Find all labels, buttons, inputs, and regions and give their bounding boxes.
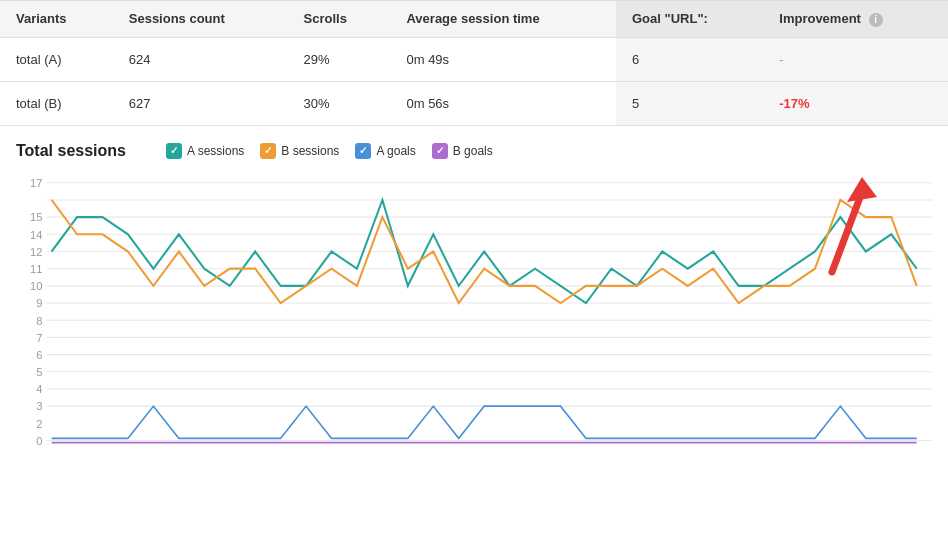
chart-header: Total sessions ✓ A sessions ✓ B sessions…	[16, 142, 932, 160]
legend-label-a-sessions: A sessions	[187, 144, 244, 158]
cell-variant-a: total (A)	[0, 37, 113, 81]
legend-item-a-sessions: ✓ A sessions	[166, 143, 244, 159]
svg-text:17: 17	[30, 176, 42, 188]
cell-improvement-a: -	[763, 37, 948, 81]
svg-text:6: 6	[36, 348, 42, 360]
col-header-variants: Variants	[0, 1, 113, 38]
improvement-info-icon[interactable]: i	[869, 13, 883, 27]
legend-item-b-goals: ✓ B goals	[432, 143, 493, 159]
legend-check-a-goals: ✓	[355, 143, 371, 159]
legend-item-a-goals: ✓ A goals	[355, 143, 415, 159]
cell-improvement-b: -17%	[763, 81, 948, 125]
svg-text:10: 10	[30, 279, 42, 291]
svg-text:7: 7	[36, 331, 42, 343]
legend-label-b-goals: B goals	[453, 144, 493, 158]
col-header-scrolls: Scrolls	[288, 1, 391, 38]
cell-scrolls-a: 29%	[288, 37, 391, 81]
svg-text:4: 4	[36, 383, 43, 395]
chart-svg: 17 15 14 12 11 10 9 8 7 6 5 4 3 2 0	[16, 172, 932, 462]
legend-label-a-goals: A goals	[376, 144, 415, 158]
svg-text:3: 3	[36, 400, 42, 412]
svg-text:15: 15	[30, 211, 42, 223]
svg-text:11: 11	[30, 262, 42, 274]
svg-text:12: 12	[30, 245, 42, 257]
col-header-sessions: Sessions count	[113, 1, 288, 38]
col-header-avg-session: Average session time	[390, 1, 616, 38]
cell-avg-session-b: 0m 56s	[390, 81, 616, 125]
cell-goal-b: 5	[616, 81, 763, 125]
chart-section: Total sessions ✓ A sessions ✓ B sessions…	[0, 126, 948, 462]
cell-variant-b: total (B)	[0, 81, 113, 125]
line-a-goals	[52, 406, 917, 438]
chart-title: Total sessions	[16, 142, 126, 160]
chart-legend: ✓ A sessions ✓ B sessions ✓ A goals ✓ B …	[166, 143, 493, 159]
cell-sessions-a: 624	[113, 37, 288, 81]
table-row: total (B) 627 30% 0m 56s 5 -17%	[0, 81, 948, 125]
cell-sessions-b: 627	[113, 81, 288, 125]
data-table: Variants Sessions count Scrolls Average …	[0, 0, 948, 126]
legend-check-b-goals: ✓	[432, 143, 448, 159]
svg-text:2: 2	[36, 417, 42, 429]
svg-text:8: 8	[36, 314, 42, 326]
svg-text:5: 5	[36, 365, 42, 377]
legend-check-a-sessions: ✓	[166, 143, 182, 159]
cell-goal-a: 6	[616, 37, 763, 81]
legend-label-b-sessions: B sessions	[281, 144, 339, 158]
legend-item-b-sessions: ✓ B sessions	[260, 143, 339, 159]
table-row: total (A) 624 29% 0m 49s 6 -	[0, 37, 948, 81]
cell-scrolls-b: 30%	[288, 81, 391, 125]
svg-text:0: 0	[36, 434, 42, 446]
legend-check-b-sessions: ✓	[260, 143, 276, 159]
col-header-improvement: Improvement i	[763, 1, 948, 38]
chart-container: 17 15 14 12 11 10 9 8 7 6 5 4 3 2 0	[16, 172, 932, 462]
svg-text:14: 14	[30, 228, 43, 240]
cell-avg-session-a: 0m 49s	[390, 37, 616, 81]
col-header-goal: Goal "URL":	[616, 1, 763, 38]
svg-text:9: 9	[36, 297, 42, 309]
